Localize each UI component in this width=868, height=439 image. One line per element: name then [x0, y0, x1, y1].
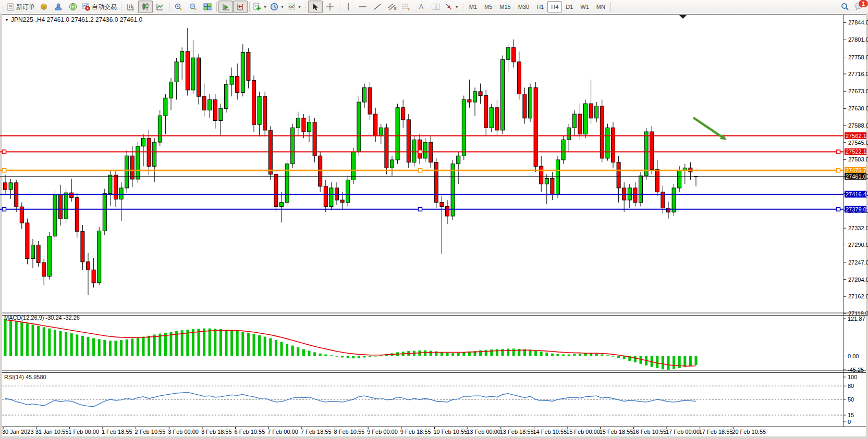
candle-body: [92, 270, 95, 283]
macd-histogram-bar: [667, 356, 670, 370]
line-handle[interactable]: [3, 207, 6, 211]
auto-scroll-button[interactable]: [218, 1, 233, 13]
macd-histogram-bar: [319, 354, 322, 356]
chat-button[interactable]: 1: [854, 2, 865, 12]
tab-timeframe-mn[interactable]: MN: [593, 1, 609, 12]
vertical-line-tool[interactable]: [341, 1, 356, 13]
macd-axis-label: -45.25: [848, 367, 864, 373]
toolbar-grip[interactable]: [119, 2, 123, 11]
rsi-axis-label: 50: [848, 396, 854, 403]
candle-body: [578, 114, 582, 134]
macd-histogram-bar: [313, 352, 316, 356]
candle-body: [225, 84, 228, 108]
candle-body: [617, 162, 620, 188]
toolbar-grip[interactable]: [304, 2, 307, 11]
tab-timeframe-m30[interactable]: M30: [515, 1, 533, 12]
candle-body: [374, 114, 377, 136]
macd-histogram-bar: [126, 340, 128, 356]
macd-histogram-bar: [673, 356, 675, 369]
line-handle[interactable]: [3, 150, 6, 154]
tab-timeframe-m1[interactable]: M1: [466, 1, 481, 12]
candle: [313, 118, 316, 162]
candle-body: [241, 52, 244, 92]
templates-button[interactable]: ▼: [286, 1, 303, 13]
candle: [396, 104, 399, 164]
autotrading-button[interactable]: 自动交易: [80, 1, 118, 13]
profile-button[interactable]: [51, 1, 66, 13]
macd-histogram-bar: [192, 329, 194, 356]
chart-header-text: JPN225-,H4 27461.0 27461.2 27436.0 27461…: [11, 16, 142, 23]
horizontal-line-tool[interactable]: [356, 1, 370, 13]
tab-timeframe-w1[interactable]: W1: [577, 1, 593, 12]
time-axis-label: 20 Feb 10:55: [732, 429, 766, 435]
signals-icon: [69, 3, 77, 11]
chart-bars-button[interactable]: [124, 1, 138, 13]
periods-button[interactable]: ▼: [268, 1, 286, 13]
chart-candles-button[interactable]: [138, 1, 153, 13]
tab-timeframe-h1[interactable]: H1: [533, 1, 547, 12]
chart-canvas[interactable]: 27844.027801.027758.027716.027673.027630…: [0, 14, 868, 439]
signals-button[interactable]: [66, 1, 80, 13]
search-icon[interactable]: [841, 3, 849, 11]
fibonacci-tool[interactable]: F: [399, 1, 414, 13]
chart-shift-button[interactable]: [233, 1, 248, 13]
tab-timeframe-m5[interactable]: M5: [481, 1, 496, 12]
macd-histogram-bar: [496, 349, 498, 356]
autotrading-icon: [82, 3, 90, 11]
line-handle[interactable]: [837, 207, 840, 211]
line-chart-icon: [156, 3, 164, 11]
arrows-tool[interactable]: ▼: [443, 1, 460, 13]
macd-histogram-bar: [148, 336, 150, 356]
macd-histogram-bar: [606, 355, 609, 356]
cursor-button[interactable]: [308, 1, 323, 13]
chart-line-button[interactable]: [153, 1, 167, 13]
toolbar-grip[interactable]: [1, 2, 4, 11]
toolbar-grip[interactable]: [461, 2, 464, 11]
candle-body: [545, 178, 548, 184]
channel-tool[interactable]: E: [385, 1, 399, 13]
macd-histogram-bar: [98, 339, 101, 356]
time-axis-label: 31 Jan 10:55: [35, 429, 69, 435]
candle-body: [340, 200, 344, 203]
candle: [36, 241, 40, 267]
text-tool[interactable]: A: [414, 1, 429, 13]
tab-timeframe-d1[interactable]: D1: [562, 1, 577, 12]
zoom-in-button[interactable]: [171, 1, 186, 13]
macd-histogram-bar: [37, 326, 40, 356]
macd-histogram-bar: [280, 342, 283, 356]
fibonacci-icon: F: [402, 3, 411, 11]
candle: [75, 193, 79, 237]
candle-body: [501, 59, 505, 130]
new-order-icon: [7, 3, 15, 11]
candle-body: [633, 188, 637, 203]
arrows-shapes-icon: [445, 3, 453, 11]
chart-collapse-icon[interactable]: ▼: [5, 18, 9, 22]
indicators-button[interactable]: ▼: [251, 1, 268, 13]
price-axis-label: 27588.0: [848, 122, 868, 129]
time-axis-label: 1 Feb 00:00: [68, 429, 99, 435]
tab-timeframe-m15[interactable]: M15: [496, 1, 514, 12]
line-handle[interactable]: [419, 169, 422, 172]
macd-histogram-bar: [534, 351, 537, 356]
tab-timeframe-h4[interactable]: H4: [547, 1, 562, 12]
zoom-out-button[interactable]: [186, 1, 200, 13]
market-watch-button[interactable]: [36, 1, 51, 13]
tile-windows-button[interactable]: [200, 1, 215, 13]
text-label-tool[interactable]: T: [429, 1, 443, 13]
line-handle[interactable]: [419, 150, 422, 154]
line-handle[interactable]: [837, 150, 840, 154]
cursor-icon: [312, 3, 319, 11]
macd-histogram-bar: [164, 333, 167, 356]
new-order-button[interactable]: 新订单: [5, 1, 36, 13]
tile-windows-icon: [203, 3, 212, 11]
macd-histogram-bar: [512, 348, 515, 356]
line-handle[interactable]: [419, 207, 422, 211]
profile-icon: [54, 3, 63, 11]
line-handle[interactable]: [837, 169, 840, 172]
candle-body: [247, 52, 250, 80]
crosshair-button[interactable]: [323, 1, 337, 13]
line-handle[interactable]: [3, 169, 6, 172]
price-axis-label: 27673.0: [848, 88, 868, 94]
trendline-tool[interactable]: [370, 1, 385, 13]
rsi-axis-label: 100: [848, 374, 857, 380]
